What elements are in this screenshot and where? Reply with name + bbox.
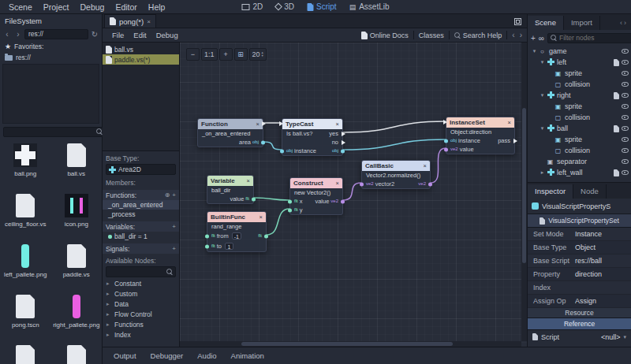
scene-tree-row[interactable]: ▢collision: [528, 145, 631, 156]
visibility-eye-icon[interactable]: [622, 82, 629, 87]
scene-tree-row[interactable]: ▾ball: [528, 123, 631, 134]
history-forward-icon[interactable]: ›: [520, 31, 522, 39]
scene-tree-row[interactable]: ▸left_wall: [528, 167, 631, 178]
snap-step-spinbox[interactable]: 20 ▴▾: [249, 48, 267, 61]
add-variable-icon[interactable]: +: [172, 223, 176, 230]
property-value[interactable]: Object: [575, 243, 631, 251]
graph-node-variable[interactable]: Variable×ball_dirvalueflt: [207, 175, 254, 204]
scene-tree-row[interactable]: ▢collision: [528, 112, 631, 123]
scene-tree-row[interactable]: ▾left: [528, 57, 631, 68]
online-docs-button[interactable]: Online Docs: [361, 32, 409, 39]
inspector-category[interactable]: VisualScriptPropertySet: [528, 214, 631, 228]
add-node-button[interactable]: +: [531, 34, 536, 43]
functions-section-header[interactable]: Functions: ⊕+: [103, 190, 179, 200]
chevron-right-icon[interactable]: ▸: [106, 280, 112, 287]
search-help-button[interactable]: Search Help: [454, 32, 502, 39]
distraction-free-icon[interactable]: [514, 18, 521, 25]
obj-port[interactable]: [341, 149, 345, 153]
node-close-icon[interactable]: ×: [259, 214, 263, 221]
graph-canvas[interactable]: − 1:1 + ⊞ 20 ▴▾ Function×_on_area_ente: [180, 43, 527, 347]
filter-nodes-input[interactable]: [559, 34, 631, 42]
scene-tree-row[interactable]: ▣sprite: [528, 134, 631, 145]
attached-script-icon[interactable]: [614, 169, 619, 176]
file-item[interactable]: pong.tscn: [0, 290, 51, 340]
node-category-item[interactable]: ▸Data: [103, 299, 179, 309]
nodes-search-box[interactable]: [106, 266, 176, 277]
vec2-port[interactable]: [360, 182, 364, 186]
tab-inspector[interactable]: Inspector: [528, 184, 573, 199]
graph-node-builtinfunc[interactable]: BuiltinFunc×rand_rangefltfrom-1fltfltto1: [207, 211, 267, 252]
property-value[interactable]: Instance: [575, 230, 631, 238]
add-signal-icon[interactable]: +: [172, 245, 176, 252]
menu-scene[interactable]: Scene: [3, 0, 38, 13]
spin-arrows-icon[interactable]: ▴▾: [262, 51, 263, 58]
chevron-right-icon[interactable]: ▸: [106, 291, 112, 297]
workspace-3d[interactable]: 3D: [271, 0, 299, 13]
filesystem-search-box[interactable]: [3, 127, 106, 137]
sequence-out-port[interactable]: [513, 139, 517, 143]
sequence-out-port[interactable]: [342, 132, 345, 136]
node-header[interactable]: Construct×: [290, 178, 342, 188]
node-category-item[interactable]: ▸Index: [103, 329, 179, 340]
script-list-item[interactable]: paddle.vs(*): [103, 54, 179, 65]
script-property-row[interactable]: Script <null> ▾: [528, 330, 631, 344]
base-type-value[interactable]: Area2D: [106, 164, 176, 175]
property-value[interactable]: res://ball: [575, 257, 631, 265]
node-close-icon[interactable]: ×: [256, 121, 259, 128]
graph-node-construct[interactable]: Construct×new Vector2()fltxvalueve2flty: [289, 177, 343, 215]
nav-back-icon[interactable]: ‹: [2, 30, 12, 39]
node-close-icon[interactable]: ×: [247, 177, 250, 184]
vec2-port[interactable]: [341, 199, 345, 203]
visibility-eye-icon[interactable]: [622, 126, 629, 131]
graph-vscrollbar[interactable]: [521, 43, 527, 341]
function-item[interactable]: _process: [103, 210, 179, 219]
bottom-tab-debugger[interactable]: Debugger: [144, 347, 191, 364]
node-header[interactable]: InstanceSet×: [446, 117, 514, 128]
vec2-port[interactable]: [428, 182, 432, 186]
obj-port[interactable]: [280, 149, 284, 153]
file-item[interactable]: ball.png: [0, 139, 51, 189]
filter-nodes-box[interactable]: [547, 33, 631, 43]
visibility-eye-icon[interactable]: [622, 60, 629, 65]
workspace-2d[interactable]: 2D: [237, 0, 267, 13]
file-item[interactable]: icon.png: [51, 189, 103, 240]
node-category-item[interactable]: ▸Custom: [103, 288, 179, 299]
editor-menu-edit[interactable]: Edit: [129, 31, 151, 39]
zoom-reset-button[interactable]: 1:1: [201, 48, 218, 61]
classes-button[interactable]: Classes: [419, 32, 444, 39]
nav-forward-icon[interactable]: ›: [13, 30, 23, 39]
node-close-icon[interactable]: ×: [336, 180, 339, 187]
attached-script-icon[interactable]: [614, 92, 619, 99]
sequence-in-port[interactable]: [443, 120, 447, 124]
obj-port[interactable]: [261, 140, 265, 144]
path-breadcrumb[interactable]: res://: [24, 29, 88, 39]
tree-expand-icon[interactable]: ▾: [539, 125, 546, 132]
node-header[interactable]: BuiltinFunc×: [207, 212, 266, 222]
vec2-port[interactable]: [444, 147, 448, 151]
file-item[interactable]: ceiling_floor.vs: [0, 189, 51, 240]
signals-section-header[interactable]: Signals: +: [103, 243, 179, 254]
graph-node-typecast[interactable]: TypeCast×Is ball.vs?yesnoobjinstanceobj: [282, 118, 343, 156]
snap-toggle-icon[interactable]: ⊞: [234, 48, 248, 61]
tree-expand-icon[interactable]: ▾: [539, 92, 546, 98]
flt-port[interactable]: [205, 244, 209, 248]
scene-tree-row[interactable]: ▣sprite: [528, 68, 631, 79]
scene-tree-row[interactable]: ▣separator: [528, 156, 631, 167]
value-input[interactable]: 1: [225, 243, 233, 250]
graph-node-callbasic[interactable]: CallBasic×Vector2.normalized()ve2vector2…: [361, 160, 431, 189]
tab-close-icon[interactable]: ×: [147, 18, 151, 25]
file-item[interactable]: paddle.vs: [51, 240, 103, 290]
script-list-item[interactable]: ball.vs: [103, 44, 179, 54]
node-category-item[interactable]: ▸Constant: [103, 278, 179, 288]
node-category-item[interactable]: ▸Functions: [103, 319, 179, 329]
bottom-tab-output[interactable]: Output: [106, 347, 144, 364]
sequence-in-port[interactable]: [279, 121, 283, 126]
menu-help[interactable]: Help: [143, 0, 171, 13]
flt-port[interactable]: [205, 234, 209, 238]
editor-menu-file[interactable]: File: [107, 31, 129, 39]
menu-project[interactable]: Project: [38, 0, 75, 13]
flt-port[interactable]: [252, 197, 256, 201]
graph-node-function[interactable]: Function×_on_area_enteredareaobj: [197, 118, 263, 147]
scene-tree-row[interactable]: ▾right: [528, 90, 631, 101]
visibility-eye-icon[interactable]: [622, 115, 629, 120]
